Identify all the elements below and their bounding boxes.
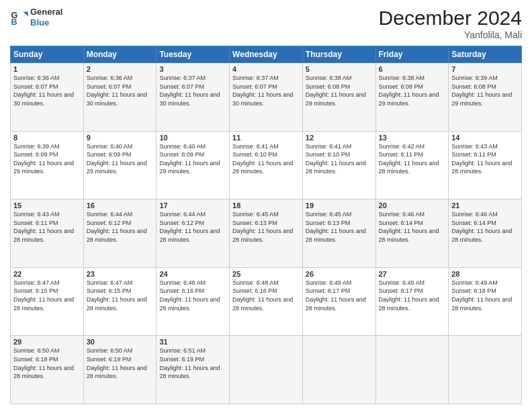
svg-text:B: B	[11, 17, 17, 27]
title-block: December 2024 Yanfolila, Mali	[379, 7, 522, 40]
cell-info: Sunrise: 6:51 AMSunset: 6:19 PMDaylight:…	[159, 347, 220, 379]
calendar-cell: 27 Sunrise: 6:49 AMSunset: 6:17 PMDaylig…	[375, 267, 449, 336]
calendar-cell: 12 Sunrise: 6:41 AMSunset: 6:10 PMDaylig…	[302, 131, 375, 199]
day-number: 23	[87, 270, 154, 278]
col-monday: Monday	[83, 46, 157, 63]
day-number: 16	[87, 201, 154, 210]
day-number: 22	[13, 270, 81, 278]
calendar-cell: 23 Sunrise: 6:47 AMSunset: 6:15 PMDaylig…	[83, 267, 157, 336]
calendar-cell: 15 Sunrise: 6:43 AMSunset: 6:11 PMDaylig…	[11, 199, 84, 268]
cell-info: Sunrise: 6:50 AMSunset: 6:18 PMDaylight:…	[13, 347, 74, 379]
calendar-cell: 14 Sunrise: 6:43 AMSunset: 6:11 PMDaylig…	[449, 131, 522, 199]
day-number: 6	[379, 65, 446, 73]
page-subtitle: Yanfolila, Mali	[379, 30, 522, 40]
cell-info: Sunrise: 6:43 AMSunset: 6:11 PMDaylight:…	[13, 211, 74, 243]
day-number: 7	[451, 65, 519, 73]
cell-info: Sunrise: 6:46 AMSunset: 6:14 PMDaylight:…	[451, 211, 512, 243]
day-number: 13	[379, 134, 446, 142]
cell-info: Sunrise: 6:36 AMSunset: 6:07 PMDaylight:…	[13, 75, 74, 107]
logo: G B General Blue	[10, 7, 62, 28]
cell-info: Sunrise: 6:48 AMSunset: 6:16 PMDaylight:…	[232, 279, 293, 312]
calendar-week-row: 1 Sunrise: 6:36 AMSunset: 6:07 PMDayligh…	[11, 63, 522, 132]
day-number: 20	[379, 201, 446, 210]
calendar-cell: 21 Sunrise: 6:46 AMSunset: 6:14 PMDaylig…	[449, 199, 522, 268]
col-saturday: Saturday	[449, 46, 522, 63]
calendar-cell: 22 Sunrise: 6:47 AMSunset: 6:15 PMDaylig…	[11, 267, 84, 336]
day-number: 5	[306, 65, 373, 73]
calendar-cell: 30 Sunrise: 6:50 AMSunset: 6:19 PMDaylig…	[83, 336, 157, 404]
cell-info: Sunrise: 6:41 AMSunset: 6:10 PMDaylight:…	[306, 143, 366, 175]
cell-info: Sunrise: 6:50 AMSunset: 6:19 PMDaylight:…	[87, 347, 147, 379]
calendar-cell: 5 Sunrise: 6:38 AMSunset: 6:08 PMDayligh…	[302, 63, 375, 132]
day-number: 11	[232, 134, 300, 142]
cell-info: Sunrise: 6:48 AMSunset: 6:16 PMDaylight:…	[159, 279, 220, 312]
calendar-cell: 3 Sunrise: 6:37 AMSunset: 6:07 PMDayligh…	[157, 63, 230, 132]
calendar-cell: 19 Sunrise: 6:45 AMSunset: 6:13 PMDaylig…	[302, 199, 375, 268]
calendar-cell: 13 Sunrise: 6:42 AMSunset: 6:11 PMDaylig…	[375, 131, 449, 199]
cell-info: Sunrise: 6:44 AMSunset: 6:12 PMDaylight:…	[159, 211, 220, 243]
cell-info: Sunrise: 6:37 AMSunset: 6:07 PMDaylight:…	[159, 75, 220, 107]
day-number: 17	[159, 201, 226, 210]
day-number: 9	[87, 134, 154, 142]
cell-info: Sunrise: 6:49 AMSunset: 6:17 PMDaylight:…	[379, 279, 439, 312]
cell-info: Sunrise: 6:38 AMSunset: 6:08 PMDaylight:…	[306, 75, 366, 107]
day-number: 26	[306, 270, 373, 278]
calendar-cell: 11 Sunrise: 6:41 AMSunset: 6:10 PMDaylig…	[230, 131, 303, 199]
col-tuesday: Tuesday	[157, 46, 230, 63]
calendar-cell	[230, 336, 303, 404]
calendar-table: Sunday Monday Tuesday Wednesday Thursday…	[10, 46, 522, 404]
logo-general: General	[30, 7, 62, 17]
day-number: 25	[232, 270, 300, 278]
calendar-cell: 8 Sunrise: 6:39 AMSunset: 6:09 PMDayligh…	[11, 131, 84, 199]
day-number: 21	[451, 201, 519, 210]
cell-info: Sunrise: 6:39 AMSunset: 6:09 PMDaylight:…	[13, 143, 74, 175]
calendar-cell	[302, 336, 375, 404]
calendar-cell: 1 Sunrise: 6:36 AMSunset: 6:07 PMDayligh…	[11, 63, 84, 132]
calendar-cell: 16 Sunrise: 6:44 AMSunset: 6:12 PMDaylig…	[83, 199, 157, 268]
day-number: 19	[306, 201, 373, 210]
calendar-cell: 2 Sunrise: 6:36 AMSunset: 6:07 PMDayligh…	[83, 63, 157, 132]
cell-info: Sunrise: 6:43 AMSunset: 6:11 PMDaylight:…	[451, 143, 512, 175]
calendar-cell: 10 Sunrise: 6:40 AMSunset: 6:09 PMDaylig…	[157, 131, 230, 199]
calendar-cell: 7 Sunrise: 6:39 AMSunset: 6:08 PMDayligh…	[449, 63, 522, 132]
calendar-week-row: 8 Sunrise: 6:39 AMSunset: 6:09 PMDayligh…	[11, 131, 522, 199]
day-number: 29	[13, 338, 81, 346]
col-sunday: Sunday	[11, 46, 84, 63]
day-number: 15	[13, 201, 81, 210]
day-number: 31	[159, 338, 226, 346]
day-number: 28	[451, 270, 519, 278]
cell-info: Sunrise: 6:41 AMSunset: 6:10 PMDaylight:…	[232, 143, 293, 175]
calendar-cell: 20 Sunrise: 6:46 AMSunset: 6:14 PMDaylig…	[375, 199, 449, 268]
cell-info: Sunrise: 6:49 AMSunset: 6:18 PMDaylight:…	[451, 279, 512, 312]
calendar-week-row: 15 Sunrise: 6:43 AMSunset: 6:11 PMDaylig…	[11, 199, 522, 268]
cell-info: Sunrise: 6:45 AMSunset: 6:13 PMDaylight:…	[232, 211, 293, 243]
day-number: 14	[451, 134, 519, 142]
cell-info: Sunrise: 6:46 AMSunset: 6:14 PMDaylight:…	[379, 211, 439, 243]
day-number: 1	[13, 65, 81, 73]
calendar-cell	[449, 336, 522, 404]
calendar-cell: 24 Sunrise: 6:48 AMSunset: 6:16 PMDaylig…	[157, 267, 230, 336]
day-number: 4	[232, 65, 300, 73]
calendar-cell: 4 Sunrise: 6:37 AMSunset: 6:07 PMDayligh…	[230, 63, 303, 132]
svg-marker-1	[24, 11, 28, 16]
logo-icon: G B	[10, 8, 29, 27]
calendar-cell: 28 Sunrise: 6:49 AMSunset: 6:18 PMDaylig…	[449, 267, 522, 336]
col-wednesday: Wednesday	[230, 46, 303, 63]
calendar-cell: 9 Sunrise: 6:40 AMSunset: 6:09 PMDayligh…	[83, 131, 157, 199]
day-number: 2	[87, 65, 154, 73]
calendar-cell: 18 Sunrise: 6:45 AMSunset: 6:13 PMDaylig…	[230, 199, 303, 268]
cell-info: Sunrise: 6:36 AMSunset: 6:07 PMDaylight:…	[87, 75, 147, 107]
col-thursday: Thursday	[302, 46, 375, 63]
logo-text: General Blue	[30, 7, 62, 28]
day-number: 12	[306, 134, 373, 142]
day-number: 27	[379, 270, 446, 278]
day-number: 30	[87, 338, 154, 346]
cell-info: Sunrise: 6:40 AMSunset: 6:09 PMDaylight:…	[159, 143, 220, 175]
cell-info: Sunrise: 6:37 AMSunset: 6:07 PMDaylight:…	[232, 75, 293, 107]
cell-info: Sunrise: 6:45 AMSunset: 6:13 PMDaylight:…	[306, 211, 366, 243]
logo-blue: Blue	[30, 17, 49, 28]
col-friday: Friday	[375, 46, 449, 63]
day-number: 18	[232, 201, 300, 210]
cell-info: Sunrise: 6:47 AMSunset: 6:15 PMDaylight:…	[87, 279, 147, 312]
cell-info: Sunrise: 6:42 AMSunset: 6:11 PMDaylight:…	[379, 143, 439, 175]
